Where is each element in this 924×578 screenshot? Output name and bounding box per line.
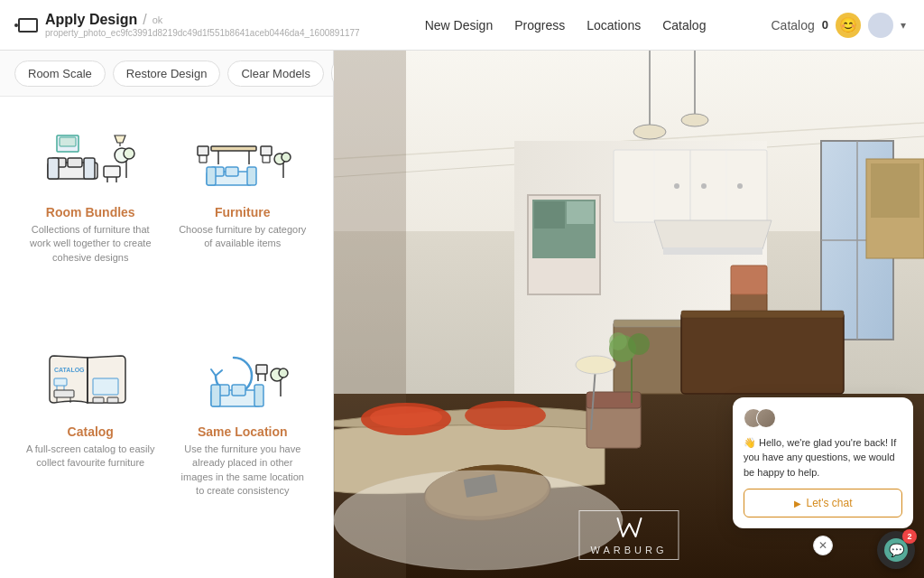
svg-rect-84 <box>731 266 767 294</box>
nav-progress[interactable]: Progress <box>514 18 565 33</box>
chat-avatars <box>744 408 776 428</box>
svg-rect-48 <box>256 365 267 374</box>
svg-rect-60 <box>334 231 924 412</box>
chat-avatar-2 <box>756 408 776 428</box>
svg-line-62 <box>334 123 924 159</box>
svg-rect-32 <box>247 167 256 185</box>
main-content: Room Scale Restore Design Clear Models ←… <box>0 51 924 578</box>
svg-rect-102 <box>866 159 924 258</box>
svg-rect-57 <box>254 385 263 406</box>
catalog-icon: CATALOG <box>36 345 144 417</box>
title-group: Apply Design / ok property_photo_ec9fc39… <box>45 12 360 38</box>
lets-chat-button[interactable]: ▶ Let's chat <box>744 489 902 517</box>
svg-rect-31 <box>226 167 238 176</box>
ok-badge: ok <box>152 14 163 25</box>
nav-catalog[interactable]: Catalog <box>662 18 706 33</box>
chat-launcher-button[interactable]: 💬 2 <box>877 531 915 569</box>
nav-new-design[interactable]: New Design <box>425 18 493 33</box>
svg-rect-74 <box>614 322 812 394</box>
chat-message: 👋 Hello, we're glad you're back! If you … <box>744 435 902 480</box>
room-bundles-desc: Collections of furniture that work well … <box>25 223 156 265</box>
svg-point-80 <box>633 125 666 139</box>
warburg-name: WARBURG <box>590 545 667 555</box>
room-scale-button[interactable]: Room Scale <box>14 61 106 87</box>
catalog-item-furniture[interactable]: Furniture Choose furniture by category o… <box>167 111 319 331</box>
svg-rect-100 <box>534 201 565 228</box>
svg-rect-42 <box>54 390 74 397</box>
svg-rect-66 <box>614 150 767 222</box>
catalog-count-number: 0 <box>822 18 828 32</box>
svg-point-70 <box>674 183 679 189</box>
svg-rect-99 <box>532 200 596 258</box>
user-avatar <box>868 13 893 38</box>
clear-models-button[interactable]: Clear Models <box>227 61 324 87</box>
svg-rect-101 <box>567 201 594 224</box>
svg-rect-16 <box>60 137 76 146</box>
catalog-item-catalog[interactable]: CATALOG Catalog A ful <box>14 331 167 564</box>
svg-rect-33 <box>207 167 216 185</box>
room-photo: WARBURG 👋 Hello, we're glad you're back!… <box>334 51 924 578</box>
svg-rect-75 <box>614 320 812 327</box>
catalog-desc: A full-screen catalog to easily collect … <box>25 443 156 471</box>
svg-rect-87 <box>681 312 844 394</box>
close-icon: ✕ <box>818 539 827 552</box>
header-left: Apply Design / ok property_photo_ec9fc39… <box>18 12 360 38</box>
svg-line-63 <box>334 136 924 177</box>
chat-header <box>744 408 902 428</box>
furniture-icon <box>189 126 297 198</box>
catalog-item-same-location[interactable]: Same Location Use the furniture you have… <box>167 331 319 564</box>
svg-rect-18 <box>211 146 256 151</box>
account-menu-chevron[interactable]: ▾ <box>901 19 906 32</box>
svg-point-95 <box>424 460 550 521</box>
svg-point-108 <box>628 333 650 355</box>
chat-button-label: Let's chat <box>807 497 853 509</box>
furniture-title: Furniture <box>215 205 270 219</box>
catalog-count-badge: Catalog 0 <box>771 18 828 33</box>
same-location-desc: Use the furniture you have already place… <box>178 443 309 499</box>
svg-point-72 <box>737 183 743 189</box>
svg-point-91 <box>370 406 442 428</box>
chat-message-text: Hello, we're glad you're back! If you ha… <box>744 437 896 478</box>
svg-rect-56 <box>232 385 245 396</box>
svg-rect-92 <box>587 403 641 448</box>
chat-close-button[interactable]: ✕ <box>813 536 833 555</box>
svg-rect-88 <box>681 311 844 318</box>
svg-text:CATALOG: CATALOG <box>54 367 85 373</box>
header-nav: New Design Progress Locations Catalog <box>425 18 707 33</box>
header-right: Catalog 0 😊 ▾ <box>771 13 906 38</box>
header-title: Apply Design / ok <box>45 12 360 28</box>
restore-design-button[interactable]: Restore Design <box>113 61 221 87</box>
header: Apply Design / ok property_photo_ec9fc39… <box>0 0 924 51</box>
svg-point-90 <box>465 401 546 430</box>
svg-point-36 <box>282 153 291 162</box>
chat-notification-badge: 2 <box>902 529 917 544</box>
chat-widget: 👋 Hello, we're glad you're back! If you … <box>733 397 913 529</box>
svg-point-53 <box>279 368 288 378</box>
chat-button-icon: ▶ <box>794 499 801 508</box>
warburg-watermark: WARBURG <box>578 510 679 560</box>
svg-rect-7 <box>84 158 95 179</box>
same-location-title: Same Location <box>198 424 288 439</box>
svg-point-89 <box>361 403 451 435</box>
svg-rect-45 <box>93 378 118 395</box>
svg-rect-98 <box>528 195 600 294</box>
svg-rect-25 <box>261 146 272 155</box>
nav-locations[interactable]: Locations <box>587 18 641 33</box>
svg-rect-12 <box>104 166 120 177</box>
catalog-item-room-bundles[interactable]: Room Bundles Collections of furniture th… <box>14 111 167 331</box>
svg-rect-73 <box>663 247 762 255</box>
right-panel: WARBURG 👋 Hello, we're glad you're back!… <box>334 51 924 578</box>
svg-rect-46 <box>93 397 104 403</box>
title-separator: / <box>143 12 146 28</box>
catalog-count-label: Catalog <box>771 18 814 33</box>
toolbar: Room Scale Restore Design Clear Models ←… <box>0 51 333 97</box>
svg-rect-8 <box>48 158 59 179</box>
furniture-desc: Choose furniture by category of availabl… <box>178 223 309 251</box>
left-panel: Room Scale Restore Design Clear Models ←… <box>0 51 334 578</box>
svg-rect-76 <box>821 141 893 340</box>
warburg-logo-box: WARBURG <box>578 510 679 560</box>
avatar-emoji: 😊 <box>836 13 861 38</box>
warburg-w <box>590 515 667 545</box>
svg-rect-93 <box>587 392 641 408</box>
svg-point-107 <box>609 335 636 362</box>
